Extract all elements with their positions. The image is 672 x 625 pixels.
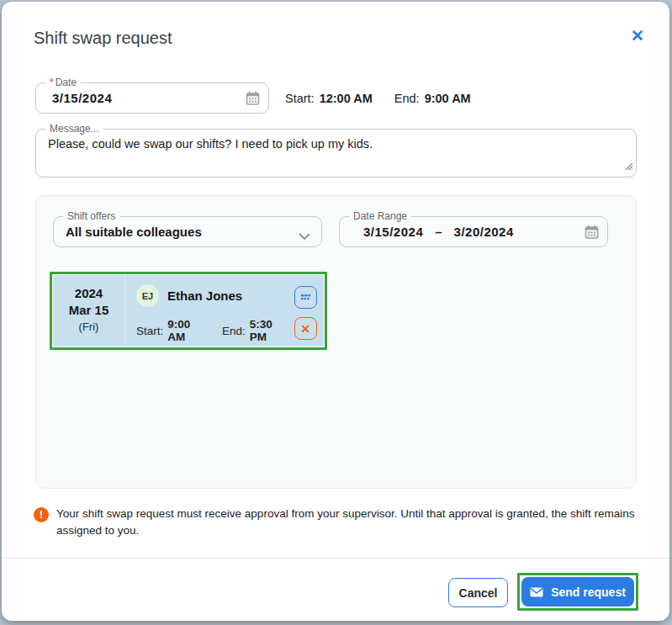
warning-icon: ! — [34, 507, 49, 522]
annotation-highlight-send: Send request — [517, 573, 638, 611]
shift-offers-panel: Shift offers All suitable colleagues Dat… — [35, 195, 637, 489]
card-start-time: 9:00 AM — [167, 318, 204, 343]
card-day: Mar 15 — [53, 302, 124, 319]
dialog-backdrop: { "dialog": { "title": "Shift swap reque… — [0, 0, 672, 625]
date-field[interactable]: *Date 3/15/2024 — [35, 82, 269, 114]
chevron-down-icon[interactable] — [299, 229, 310, 244]
date-field-label: *Date — [45, 77, 81, 88]
shift-offers-value[interactable]: All suitable colleagues — [66, 225, 202, 239]
send-request-label: Send request — [551, 585, 626, 599]
warning-text: Your shift swap request must receive app… — [56, 506, 643, 539]
card-details: EJ Ethan Jones Start: 9:00 AM End: 5:30 … — [125, 275, 287, 347]
start-time: 12:00 AM — [320, 92, 373, 105]
footer-divider — [2, 558, 669, 559]
cancel-button[interactable]: Cancel — [448, 578, 508, 607]
send-request-button[interactable]: Send request — [521, 577, 634, 606]
dialog-title: Shift swap request — [34, 29, 172, 48]
view-schedule-button[interactable] — [294, 286, 317, 309]
close-icon[interactable]: ✕ — [631, 27, 644, 45]
date-range-field[interactable]: Date Range 3/15/2024 – 3/20/2024 — [339, 216, 608, 247]
end-time: 9:00 AM — [425, 92, 471, 105]
shift-offer-card[interactable]: 2024 Mar 15 (Fri) EJ Ethan Jones Start: … — [53, 275, 324, 347]
date-field-value[interactable]: 3/15/2024 — [52, 91, 112, 105]
annotation-highlight-card: 2024 Mar 15 (Fri) EJ Ethan Jones Start: … — [50, 272, 327, 350]
card-end-label: End: — [222, 325, 246, 337]
envelope-icon — [530, 587, 543, 597]
date-range-start[interactable]: 3/15/2024 — [363, 225, 423, 239]
card-end-time: 5:30 PM — [250, 318, 287, 343]
date-range-separator: – — [435, 225, 442, 239]
shift-offers-select[interactable]: Shift offers All suitable colleagues — [53, 216, 322, 247]
shift-swap-dialog: Shift swap request ✕ *Date 3/15/2024 Sta… — [2, 2, 669, 621]
selected-shift-times: Start: 12:00 AM End: 9:00 AM — [285, 82, 471, 114]
card-start-label: Start: — [136, 325, 163, 337]
resize-handle-icon[interactable] — [624, 159, 633, 174]
date-range-end[interactable]: 3/20/2024 — [454, 225, 514, 239]
end-label: End: — [394, 92, 420, 105]
message-field: Message... Please, could we swap our shi… — [35, 129, 637, 177]
avatar: EJ — [136, 284, 159, 307]
card-date: 2024 Mar 15 (Fri) — [53, 275, 125, 347]
calendar-icon[interactable] — [246, 91, 260, 109]
date-range-label: Date Range — [349, 210, 411, 222]
card-shift-times: Start: 9:00 AM End: 5:30 PM — [136, 318, 287, 343]
start-label: Start: — [285, 92, 315, 105]
card-weekday: (Fri) — [53, 319, 124, 335]
calendar-icon[interactable] — [585, 225, 599, 243]
message-input[interactable]: Please, could we swap our shifts? I need… — [36, 130, 636, 177]
shift-offers-label: Shift offers — [63, 210, 119, 222]
required-asterisk: * — [50, 77, 54, 88]
colleague-name: Ethan Jones — [167, 289, 242, 303]
approval-warning: ! Your shift swap request must receive a… — [34, 506, 643, 539]
card-year: 2024 — [53, 285, 124, 302]
reject-offer-button[interactable]: ✕ — [294, 317, 317, 340]
